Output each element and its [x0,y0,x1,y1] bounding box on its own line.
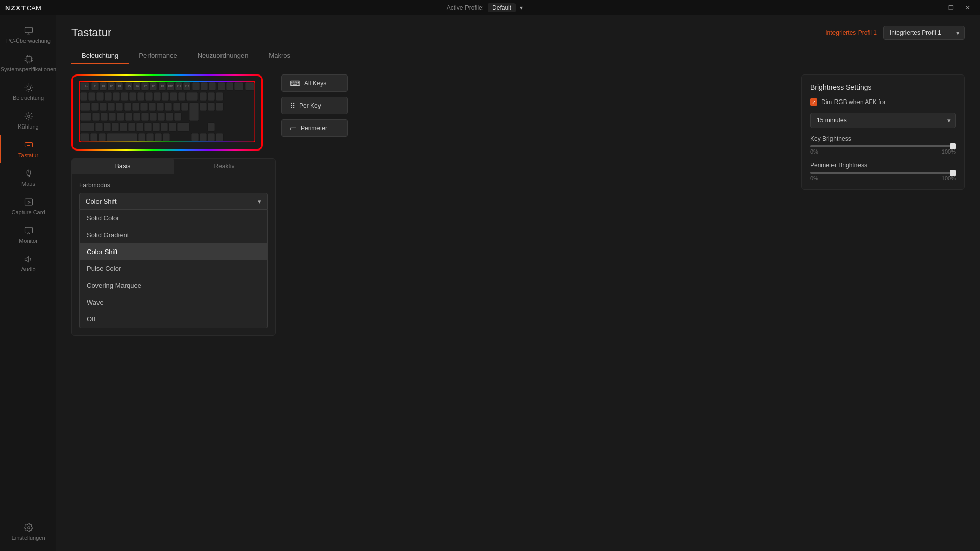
restore-button[interactable]: ❐ [944,3,959,13]
sidebar-label: PC-Überwachung [6,38,51,44]
dropdown-arrow-icon[interactable]: ▾ [520,4,523,11]
svg-line-12 [31,85,31,85]
svg-rect-57 [154,92,161,101]
svg-rect-118 [216,133,223,141]
tab-makros[interactable]: Makros [258,47,301,64]
svg-rect-90 [150,113,157,121]
svg-text:F1: F1 [94,85,97,88]
svg-rect-108 [90,133,97,141]
sidebar-item-maus[interactable]: Maus [0,163,56,192]
farbmodus-dropdown-menu: Solid Color Solid Gradient Color Shift P… [79,210,268,328]
svg-rect-61 [186,92,198,101]
dropdown-item-color-shift[interactable]: Color Shift [80,243,267,260]
dropdown-item-off[interactable]: Off [80,311,267,328]
active-profile-value: Default [488,3,516,12]
sidebar-item-systemspezifikationen[interactable]: Systemspezifikationen [0,49,56,78]
dropdown-item-solid-color[interactable]: Solid Color [80,210,267,227]
light-icon [23,83,34,93]
svg-rect-53 [121,92,128,101]
svg-rect-71 [132,103,139,111]
brightness-title: Brightness Settings [810,83,956,91]
svg-point-22 [28,176,29,177]
svg-text:F6: F6 [136,85,139,88]
minimize-button[interactable]: — [928,3,942,13]
svg-rect-68 [108,103,115,111]
sidebar-item-audio[interactable]: Audio [0,249,56,278]
svg-rect-79 [208,103,215,111]
per-key-button[interactable]: ⠿ Per Key [281,97,348,114]
svg-rect-103 [161,123,168,131]
tab-neuzuordnungen[interactable]: Neuzuordnungen [187,47,259,64]
svg-point-4 [27,86,31,90]
subtab-basis[interactable]: Basis [72,159,174,174]
svg-rect-70 [124,103,131,111]
sidebar-item-beleuchtung[interactable]: Beleuchtung [0,78,56,106]
close-button[interactable]: ✕ [961,3,975,13]
sidebar-label: Beleuchtung [13,95,44,101]
key-brightness-thumb[interactable] [950,143,956,149]
all-keys-button[interactable]: ⌨ All Keys [281,74,348,92]
svg-rect-75 [165,103,172,111]
svg-rect-48 [80,92,87,101]
time-dropdown-wrap[interactable]: 5 minutes10 minutes15 minutes30 minutes1… [810,113,956,128]
svg-rect-91 [158,113,165,121]
svg-line-11 [26,90,26,91]
profile-dropdown[interactable]: Integriertes Profil 1 [883,26,965,40]
sidebar-item-monitor[interactable]: Monitor [0,220,56,249]
svg-rect-14 [24,143,32,147]
svg-marker-24 [28,201,30,204]
sidebar-item-einstellungen[interactable]: Einstellungen [0,517,56,546]
sidebar-item-tastatur[interactable]: Tastatur [0,135,56,163]
svg-rect-100 [136,123,143,131]
svg-rect-55 [137,92,144,101]
profile-dropdown-wrap[interactable]: Integriertes Profil 1 [883,26,965,40]
main-layout: PC-Überwachung Systemspezifikationen Bel… [0,15,980,551]
svg-text:F12: F12 [185,85,189,88]
per-key-icon: ⠿ [290,102,295,110]
perimeter-brightness-min: 0% [810,175,818,181]
svg-text:Esc: Esc [85,85,89,88]
key-brightness-track [810,145,956,147]
keyboard-inner: Esc F1 F2 F3 F4 F5 F6 F7 F8 F9 [73,76,261,149]
svg-rect-76 [173,103,180,111]
sidebar-item-kuehlung[interactable]: Kühlung [0,106,56,135]
per-key-label: Per Key [299,102,321,109]
svg-rect-77 [181,103,188,111]
dropdown-item-covering-marquee[interactable]: Covering Marquee [80,277,267,294]
farbmodus-dropdown-container: Color Shift ▾ Solid Color Solid Gradient… [79,193,268,328]
sidebar-item-pc-ueberwachung[interactable]: PC-Überwachung [0,20,56,49]
page-header: Tastatur Integriertes Profil 1 Integrier… [56,15,980,47]
svg-rect-58 [162,92,169,101]
svg-rect-3 [26,57,31,62]
perimeter-brightness-label: Perimeter Brightness [810,162,956,169]
subtab-reaktiv[interactable]: Reaktiv [174,159,275,174]
perimeter-brightness-thumb[interactable] [950,170,956,176]
farbmodus-label: Farbmodus [79,182,268,189]
right-panel: Brightness Settings Dim RGB when AFK for… [801,74,965,190]
svg-text:F11: F11 [177,85,181,88]
svg-rect-60 [178,92,185,101]
keyboard-area-wrapper: Esc F1 F2 F3 F4 F5 F6 F7 F8 F9 [71,74,263,151]
sidebar-item-capture-card[interactable]: Capture Card [0,192,56,220]
svg-line-8 [31,90,31,91]
dim-rgb-checkbox[interactable] [810,98,817,106]
farbmodus-dropdown[interactable]: Color Shift ▾ [79,193,268,210]
dim-rgb-row: Dim RGB when AFK for [810,98,956,106]
key-brightness-slider-container [810,145,956,147]
svg-rect-106 [208,123,215,131]
dropdown-item-pulse-color[interactable]: Pulse Color [80,260,267,277]
dropdown-item-wave[interactable]: Wave [80,294,267,311]
svg-rect-49 [88,92,95,101]
svg-rect-116 [200,133,207,141]
tab-performance[interactable]: Performance [129,47,187,64]
perimeter-button[interactable]: ▭ Perimeter [281,119,348,137]
key-brightness-section: Key Brightness 0% 100% [810,135,956,155]
tab-beleuchtung[interactable]: Beleuchtung [71,47,129,64]
tabs: Beleuchtung Performance Neuzuordnungen M… [56,47,980,64]
svg-text:F9: F9 [161,85,164,88]
svg-rect-101 [144,123,152,131]
svg-rect-45 [226,82,233,90]
svg-rect-92 [166,113,173,121]
time-dropdown[interactable]: 5 minutes10 minutes15 minutes30 minutes1… [810,113,956,128]
dropdown-item-solid-gradient[interactable]: Solid Gradient [80,227,267,243]
